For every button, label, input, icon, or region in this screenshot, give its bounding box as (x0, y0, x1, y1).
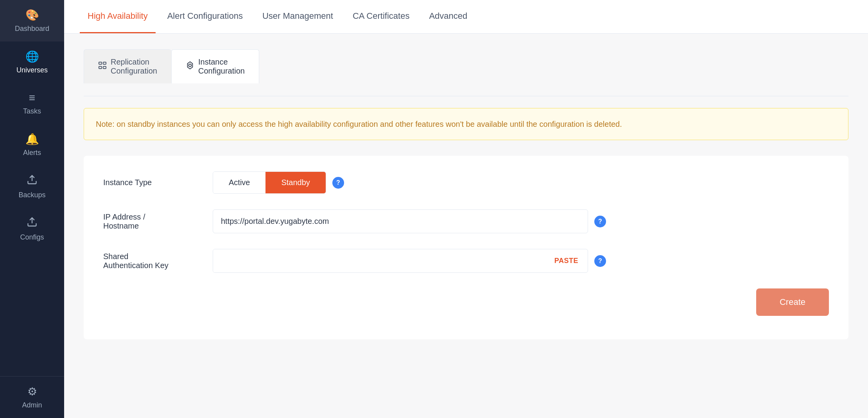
shared-auth-label: SharedAuthentication Key (103, 252, 213, 270)
sidebar-item-label-universes: Universes (16, 66, 48, 74)
ip-address-label: IP Address /Hostname (103, 213, 213, 231)
alert-text: Note: on standby instances you can only … (96, 120, 622, 128)
alert-banner: Note: on standby instances you can only … (84, 108, 848, 140)
tab-replication-configuration[interactable]: ReplicationConfiguration (84, 49, 171, 83)
svg-rect-5 (103, 67, 106, 69)
dashboard-icon: 🎨 (25, 9, 39, 22)
sidebar-item-label-tasks: Tasks (23, 107, 41, 115)
sub-tabs: ReplicationConfiguration InstanceConfigu… (84, 49, 848, 83)
sidebar-item-label-admin: Admin (22, 401, 42, 409)
shared-auth-controls: PASTE ? (213, 249, 829, 273)
replication-icon (98, 61, 107, 72)
instance-type-toggle: Active Standby (213, 171, 326, 194)
svg-marker-6 (188, 62, 193, 69)
ip-address-row: IP Address /Hostname ? (103, 209, 829, 233)
create-btn-row: Create (103, 288, 829, 316)
sidebar-item-label-dashboard: Dashboard (15, 25, 49, 33)
sidebar-item-backups[interactable]: Backups (0, 166, 64, 208)
sidebar-item-admin[interactable]: ⚙ Admin (0, 376, 64, 418)
page-body: ReplicationConfiguration InstanceConfigu… (64, 34, 868, 418)
sidebar-item-dashboard[interactable]: 🎨 Dashboard (0, 0, 64, 41)
tasks-icon: ≡ (29, 92, 35, 104)
instance-type-controls: Active Standby ? (213, 171, 829, 194)
tab-high-availability[interactable]: High Availability (80, 0, 156, 33)
svg-rect-2 (99, 62, 102, 65)
configs-icon (27, 216, 38, 230)
form-section: Instance Type Active Standby ? IP Addres… (84, 156, 848, 339)
ip-address-controls: ? (213, 209, 829, 233)
tab-user-management[interactable]: User Management (255, 0, 341, 33)
ip-address-input[interactable] (213, 209, 588, 233)
shared-auth-help-icon[interactable]: ? (594, 255, 606, 267)
top-nav: High Availability Alert Configurations U… (64, 0, 868, 34)
sidebar-item-label-alerts: Alerts (23, 149, 41, 157)
shared-auth-input-wrapper: PASTE (213, 249, 588, 273)
svg-marker-7 (189, 64, 191, 67)
sidebar-item-alerts[interactable]: 🔔 Alerts (0, 124, 64, 166)
instance-type-row: Instance Type Active Standby ? (103, 171, 829, 194)
alerts-icon: 🔔 (25, 133, 39, 146)
tab-alert-configurations[interactable]: Alert Configurations (160, 0, 251, 33)
sub-tab-container: ReplicationConfiguration InstanceConfigu… (84, 49, 848, 96)
instance-type-help-icon[interactable]: ? (332, 177, 344, 189)
create-button[interactable]: Create (756, 288, 829, 316)
svg-rect-3 (103, 62, 106, 65)
shared-auth-row: SharedAuthentication Key PASTE ? (103, 249, 829, 273)
sidebar-item-tasks[interactable]: ≡ Tasks (0, 83, 64, 124)
universes-icon: 🌐 (25, 50, 39, 63)
sidebar-item-configs[interactable]: Configs (0, 208, 64, 250)
standby-toggle-button[interactable]: Standby (265, 172, 325, 193)
ip-address-help-icon[interactable]: ? (594, 216, 606, 227)
svg-rect-4 (99, 67, 102, 69)
tab-ca-certificates[interactable]: CA Certificates (345, 0, 418, 33)
replication-tab-label: ReplicationConfiguration (111, 58, 157, 76)
admin-icon: ⚙ (27, 385, 37, 398)
sidebar-item-universes[interactable]: 🌐 Universes (0, 41, 64, 83)
shared-auth-input[interactable] (213, 249, 545, 272)
main-content: High Availability Alert Configurations U… (64, 0, 868, 418)
tab-advanced[interactable]: Advanced (421, 0, 475, 33)
instance-icon (186, 61, 194, 72)
sidebar-item-label-configs: Configs (20, 233, 44, 241)
instance-tab-label: InstanceConfiguration (198, 58, 245, 76)
instance-type-label: Instance Type (103, 178, 213, 187)
sidebar-item-label-backups: Backups (18, 191, 45, 199)
sidebar: 🎨 Dashboard 🌐 Universes ≡ Tasks 🔔 Alerts… (0, 0, 64, 418)
tab-instance-configuration[interactable]: InstanceConfiguration (171, 49, 259, 83)
backups-icon (27, 174, 38, 188)
active-toggle-button[interactable]: Active (213, 172, 265, 193)
paste-button[interactable]: PASTE (545, 250, 588, 272)
